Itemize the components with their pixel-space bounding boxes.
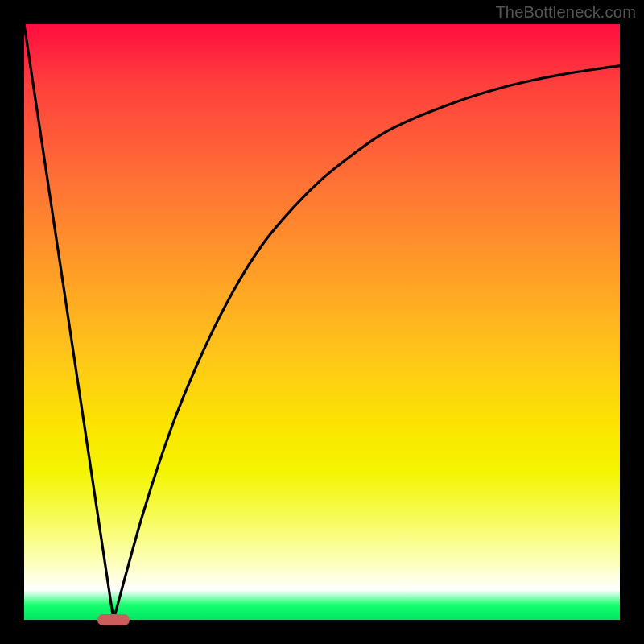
watermark-text: TheBottleneck.com <box>495 3 636 22</box>
curve-left <box>24 24 114 620</box>
plot-area <box>24 24 620 620</box>
chart-frame: TheBottleneck.com <box>0 0 644 644</box>
minimum-marker <box>97 614 130 625</box>
curve-right <box>114 66 620 620</box>
curve-svg <box>24 24 620 620</box>
